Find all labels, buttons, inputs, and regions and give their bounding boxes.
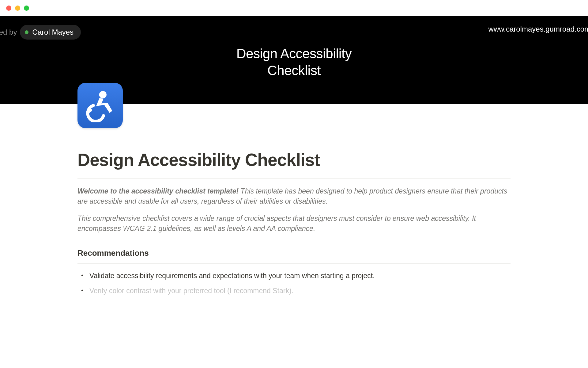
intro-paragraph-1[interactable]: Welcome to the accessibility checklist t… [77,186,511,207]
created-by-label: ted by [0,28,17,36]
window-chrome [0,0,588,16]
content-area: Design Accessibility Checklist Welcome t… [0,104,588,296]
hero-top-bar: ted by Carol Mayes www.carolmayes.gumroa… [0,16,588,40]
author-name: Carol Mayes [32,28,74,36]
intro-paragraph-2[interactable]: This comprehensive checklist covers a wi… [77,213,511,234]
hero-title-line1: Design Accessibility [0,45,588,62]
page-title[interactable]: Design Accessibility Checklist [77,150,511,170]
page-icon-container[interactable] [77,83,123,128]
status-online-icon [25,30,28,34]
hero-title-line2: Checklist [0,62,588,79]
recommendations-heading[interactable]: Recommendations [77,248,511,258]
bullet-icon: • [81,286,83,295]
intro-bold-lead: Welcome to the accessibility checklist t… [77,187,239,195]
list-item[interactable]: • Verify color contrast with your prefer… [81,286,511,296]
author-url[interactable]: www.carolmayes.gumroad.com [488,25,588,33]
maximize-window-button[interactable] [24,6,29,11]
divider [77,178,511,179]
bullet-icon: • [81,270,83,280]
author-section: ted by Carol Mayes [0,25,81,40]
author-pill[interactable]: Carol Mayes [20,25,81,40]
minimize-window-button[interactable] [15,6,20,11]
list-item[interactable]: • Validate accessibility requirements an… [81,270,511,281]
wheelchair-accessibility-icon [77,83,123,128]
close-window-button[interactable] [6,6,11,11]
svg-point-0 [99,91,107,98]
divider-thin [77,263,511,264]
list-item-text: Validate accessibility requirements and … [89,270,375,281]
hero-title: Design Accessibility Checklist [0,45,588,79]
recommendations-list: • Validate accessibility requirements an… [77,270,511,296]
list-item-text: Verify color contrast with your preferre… [89,286,293,296]
